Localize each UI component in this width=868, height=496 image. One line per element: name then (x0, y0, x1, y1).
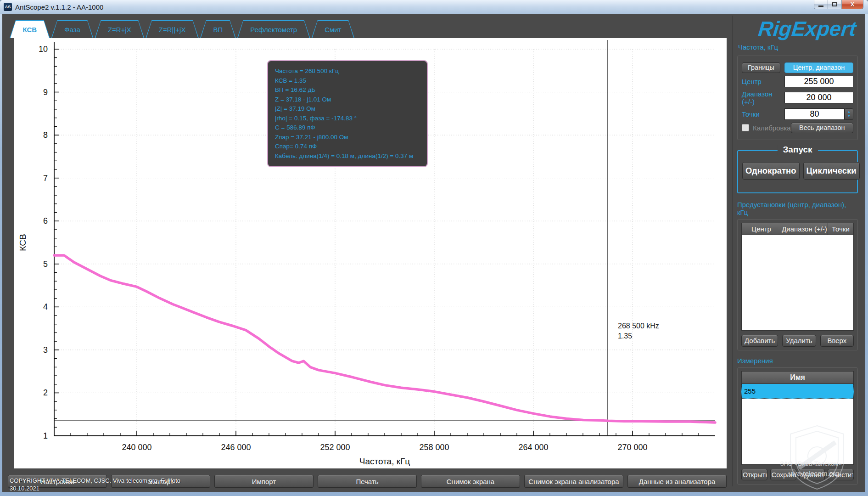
center-range-button[interactable]: Центр, диапазон (784, 62, 853, 73)
toolbar-screenshot-button[interactable]: Снимок экрана (421, 475, 520, 488)
window-title: AntScope2 v.1.1.2 - AA-1000 (15, 3, 103, 11)
points-label: Точки (742, 110, 760, 118)
spinner-up-icon[interactable]: ▲ (847, 110, 851, 114)
measurement-tooltip: Частота = 268 500 кГц КСВ = 1.35 ВП = 16… (267, 60, 428, 167)
svg-text:5: 5 (43, 259, 48, 269)
tab-smith[interactable]: Смит (312, 20, 354, 38)
measurement-save-button[interactable]: Сохранить (770, 469, 796, 480)
frequency-group: Границы Центр, диапазон Центр Диапазон (… (737, 56, 858, 140)
cursor-swr-label: 1.35 (618, 332, 632, 340)
tooltip-line: Спар= 0.74 пФ (275, 142, 420, 152)
center-label: Центр (742, 78, 762, 85)
close-icon: X (851, 1, 855, 8)
app-window: AS AntScope2 v.1.1.2 - AA-1000 X КСВ Фаз… (0, 0, 868, 496)
tooltip-line: Z = 37.18 - j1.01 Ом (275, 95, 420, 105)
presets-header-range[interactable]: Диапазон (+/-) (781, 223, 828, 235)
tab-ksv[interactable]: КСВ (10, 20, 50, 38)
svg-text:246 000: 246 000 (221, 443, 251, 452)
run-title: Запуск (777, 145, 818, 155)
svg-text:6: 6 (43, 216, 48, 225)
toolbar-analyzer-data-button[interactable]: Данные из анализатора (627, 475, 727, 488)
tab-label: Z=R||+jX (159, 26, 186, 34)
presets-header-points[interactable]: Точки (828, 223, 853, 235)
presets-table-header: Центр Диапазон (+/-) Точки (741, 223, 854, 235)
tab-bar: КСВ Фаза Z=R+jX Z=R||+jX ВП Рефлектометр… (10, 20, 354, 38)
bounds-button[interactable]: Границы (742, 62, 780, 73)
x-axis-title: Частота, кГц (359, 457, 410, 466)
client-area: КСВ Фаза Z=R+jX Z=R||+jX ВП Рефлектометр… (2, 14, 865, 492)
svg-text:270 000: 270 000 (617, 443, 647, 452)
full-range-button[interactable]: Весь диапазон (791, 123, 853, 133)
measurement-list-item[interactable]: 255 (741, 384, 854, 399)
tooltip-line: Zпар = 37.21 - j800.00 Ом (275, 133, 420, 142)
toolbar-import-button[interactable]: Импорт (214, 475, 314, 488)
measurement-delete-button[interactable]: Удалить (799, 469, 825, 480)
y-axis-title: КСВ (18, 234, 28, 251)
tooltip-line: Кабель: длина(1/4) = 0.18 м, длина(1/2) … (275, 152, 420, 161)
range-input[interactable] (784, 92, 853, 103)
tab-faza[interactable]: Фаза (51, 20, 94, 38)
calibration-label: Калибровка (753, 124, 791, 132)
toolbar-print-button[interactable]: Печать (318, 475, 417, 488)
tab-z-series[interactable]: Z=R+jX (95, 20, 144, 38)
toolbar-settings-button[interactable]: Настройки (8, 475, 107, 488)
svg-text:1: 1 (43, 431, 48, 440)
measurements-name-header[interactable]: Имя (741, 371, 854, 384)
titlebar[interactable]: AS AntScope2 v.1.1.2 - AA-1000 X (0, 0, 868, 14)
swr-curve (54, 255, 715, 423)
tooltip-line: |Z| = 37.19 Ом (275, 104, 420, 114)
preset-add-button[interactable]: Добавить (741, 335, 778, 347)
tooltip-line: КСВ = 1.35 (275, 76, 420, 86)
close-button[interactable]: X (842, 0, 863, 9)
measurements-list-body[interactable] (741, 399, 854, 465)
tooltip-line: |rho| = 0.15, фаза = -174.83 ° (275, 114, 420, 124)
chart-area[interactable]: 12345678910240 000246 000252 000258 0002… (14, 38, 727, 468)
tab-label: ВП (213, 26, 223, 34)
svg-text:4: 4 (43, 302, 48, 311)
measurement-open-button[interactable]: Открыть (741, 469, 767, 480)
center-input[interactable] (784, 76, 853, 87)
spinner-down-icon[interactable]: ▼ (847, 114, 851, 118)
tooltip-line: Частота = 268 500 кГц (275, 67, 420, 76)
tab-vp[interactable]: ВП (200, 20, 236, 38)
svg-text:2: 2 (43, 388, 48, 397)
svg-text:10: 10 (39, 45, 48, 54)
tab-z-parallel[interactable]: Z=R||+jX (146, 20, 199, 38)
toolbar-export-button[interactable]: Экспорт (111, 475, 210, 488)
tooltip-line: ВП = 16.62 дБ (275, 85, 420, 95)
calibration-checkbox[interactable] (742, 124, 749, 131)
measurement-clear-button[interactable]: Очистить (828, 469, 854, 480)
maximize-button[interactable] (828, 0, 842, 9)
run-single-button[interactable]: Однократно (742, 162, 800, 180)
window-controls: X (814, 0, 863, 9)
measurements-group: Имя 255 Открыть Сохранить Удалить Очисти… (737, 367, 858, 485)
points-stepper[interactable]: ▲ ▼ (845, 108, 853, 120)
run-groupbox: Запуск Однократно Циклически (737, 150, 858, 193)
svg-text:3: 3 (43, 345, 48, 355)
svg-text:240 000: 240 000 (122, 443, 151, 452)
svg-text:252 000: 252 000 (320, 443, 350, 452)
svg-text:8: 8 (43, 130, 48, 140)
tab-label: Смит (325, 26, 341, 34)
presets-group: Центр Диапазон (+/-) Точки Добавить Удал… (737, 219, 858, 350)
tab-reflectometer[interactable]: Рефлектометр (237, 20, 310, 38)
preset-delete-button[interactable]: Удалить (782, 335, 816, 347)
run-cyclic-button[interactable]: Циклически (803, 162, 860, 180)
tooltip-line: C = 586.89 пФ (275, 123, 420, 133)
preset-up-button[interactable]: Вверх (820, 335, 854, 347)
toolbar-analyzer-screenshot-button[interactable]: Снимок экрана анализатора (524, 475, 623, 488)
range-label: Диапазон (+/-) (742, 90, 784, 106)
presets-header-center[interactable]: Центр (742, 223, 781, 235)
tab-label: Z=R+jX (108, 26, 131, 34)
points-input[interactable] (784, 108, 845, 120)
svg-text:7: 7 (43, 174, 48, 183)
bottom-toolbar: Настройки Экспорт Импорт Печать Снимок э… (8, 475, 727, 488)
tab-label: Рефлектометр (250, 26, 297, 34)
frequency-section-label: Частота, кГц (738, 43, 858, 51)
tab-label: Фаза (64, 26, 80, 34)
presets-table-body[interactable] (741, 235, 854, 331)
maximize-icon (832, 2, 837, 6)
svg-text:9: 9 (43, 88, 48, 97)
measurements-section-label: Измерения (737, 357, 858, 365)
minimize-button[interactable] (814, 0, 828, 9)
